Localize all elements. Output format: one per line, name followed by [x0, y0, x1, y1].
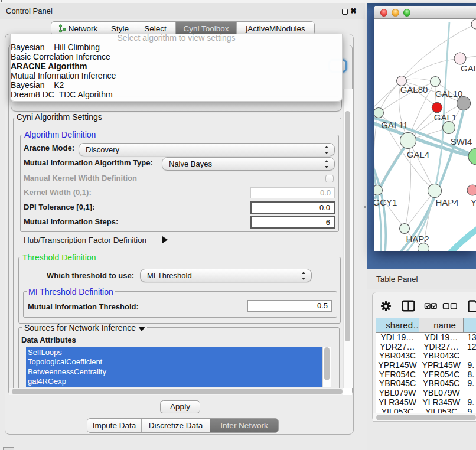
svg-text:YEL: YEL [471, 197, 476, 207]
svg-text:GCY1: GCY1 [374, 197, 397, 207]
svg-text:SWI4: SWI4 [451, 136, 472, 146]
svg-text:HAP4: HAP4 [435, 197, 458, 207]
svg-text:GAL1: GAL1 [434, 112, 457, 122]
svg-text:GAL11: GAL11 [381, 120, 408, 130]
svg-text:GAL80: GAL80 [400, 84, 428, 94]
svg-text:GAL7: GAL7 [461, 63, 476, 73]
svg-text:GAL10: GAL10 [435, 89, 463, 99]
svg-text:HAP2: HAP2 [406, 234, 429, 244]
svg-text:GAL4: GAL4 [407, 149, 429, 159]
